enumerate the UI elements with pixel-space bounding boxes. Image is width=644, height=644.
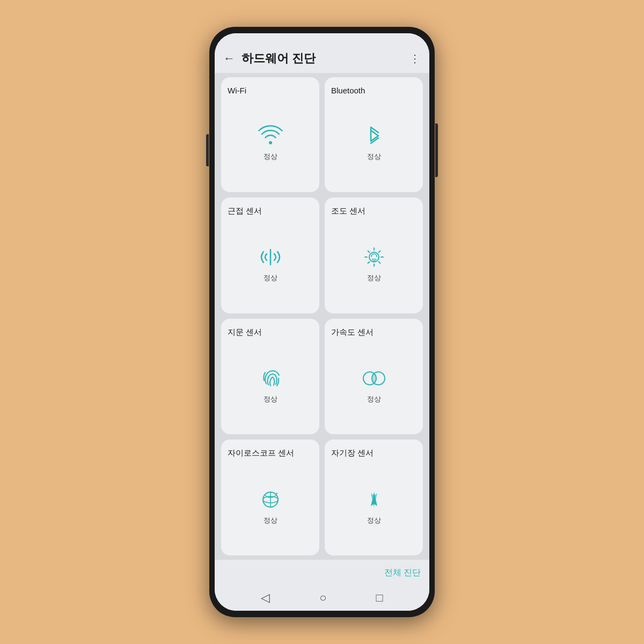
- content-area: Wi-Fi 정상: [215, 73, 429, 560]
- card-magnetic-status: 정상: [331, 516, 416, 525]
- nav-recent-button[interactable]: □: [376, 591, 383, 605]
- card-bluetooth[interactable]: Bluetooth 정상: [325, 77, 423, 192]
- card-fingerprint-title: 지문 센서: [228, 327, 262, 338]
- card-gyroscope-status: 정상: [228, 516, 313, 525]
- card-bluetooth-body: 정상: [331, 99, 416, 186]
- bluetooth-icon: [331, 123, 416, 149]
- card-proximity-status: 정상: [228, 273, 313, 283]
- bottom-bar: 전체 진단: [215, 560, 429, 585]
- magnetic-icon: [331, 487, 416, 513]
- card-bluetooth-title: Bluetooth: [331, 86, 365, 95]
- card-gyroscope-title: 자이로스코프 센서: [228, 448, 294, 458]
- nav-back-button[interactable]: ◁: [261, 591, 270, 605]
- nav-home-button[interactable]: ○: [319, 591, 326, 605]
- card-proximity-title: 근접 센서: [228, 206, 262, 216]
- card-fingerprint-status: 정상: [228, 394, 313, 404]
- card-accelerometer[interactable]: 가속도 센서 정상: [325, 319, 423, 435]
- card-wifi-body: 정상: [228, 99, 313, 186]
- top-bar: ← 하드웨어 진단 ⋮: [215, 46, 429, 73]
- proximity-icon: [228, 244, 313, 270]
- card-accelerometer-body: 정상: [331, 342, 416, 428]
- card-bluetooth-status: 정상: [331, 152, 416, 162]
- phone-device: ← 하드웨어 진단 ⋮ Wi-Fi: [209, 27, 435, 617]
- card-light-status: 정상: [331, 273, 416, 283]
- card-magnetic-title: 자기장 센서: [331, 448, 374, 458]
- diagnostic-grid: Wi-Fi 정상: [221, 77, 423, 555]
- accelerometer-icon: [331, 365, 416, 391]
- more-button[interactable]: ⋮: [409, 52, 421, 65]
- card-fingerprint[interactable]: 지문 센서 정상: [221, 319, 319, 435]
- gyroscope-icon: [228, 487, 313, 513]
- card-wifi[interactable]: Wi-Fi 정상: [221, 77, 319, 192]
- status-bar: [215, 33, 429, 46]
- card-fingerprint-body: 정상: [228, 342, 313, 428]
- card-proximity-body: 정상: [228, 221, 313, 307]
- card-wifi-title: Wi-Fi: [228, 86, 246, 95]
- card-gyroscope[interactable]: 자이로스코프 센서 정상: [221, 440, 319, 555]
- card-light[interactable]: 조도 센서 정상: [325, 197, 423, 313]
- card-magnetic[interactable]: 자기장 센서 정상: [325, 440, 423, 555]
- card-wifi-status: 정상: [228, 152, 313, 162]
- nav-bar: ◁ ○ □: [215, 585, 429, 611]
- wifi-icon: [228, 123, 313, 149]
- card-proximity[interactable]: 근접 센서 정상: [221, 197, 319, 313]
- card-magnetic-body: 정상: [331, 463, 416, 549]
- back-button[interactable]: ←: [223, 52, 235, 65]
- card-accelerometer-title: 가속도 센서: [331, 327, 374, 338]
- phone-screen: ← 하드웨어 진단 ⋮ Wi-Fi: [215, 33, 429, 611]
- page-title: 하드웨어 진단: [241, 50, 409, 67]
- card-light-body: 정상: [331, 221, 416, 307]
- card-gyroscope-body: 정상: [228, 463, 313, 549]
- run-all-button[interactable]: 전체 진단: [384, 565, 421, 581]
- light-icon: [331, 244, 416, 270]
- card-light-title: 조도 센서: [331, 206, 365, 216]
- card-accelerometer-status: 정상: [331, 394, 416, 404]
- svg-line-9: [276, 493, 277, 494]
- fingerprint-icon: [228, 365, 313, 391]
